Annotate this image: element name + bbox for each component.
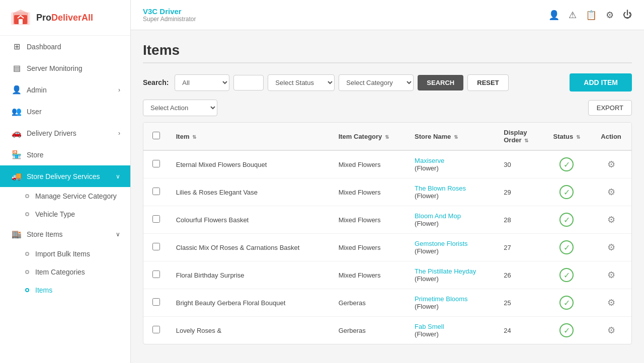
user-profile-icon[interactable]: 👤 bbox=[548, 10, 559, 21]
sidebar-item-store[interactable]: 🏪 Store bbox=[0, 144, 130, 165]
row-checkbox[interactable] bbox=[152, 243, 160, 250]
table-row: Lilies & Roses Elegant Vase Mixed Flower… bbox=[143, 178, 631, 206]
alert-icon[interactable]: ⚠ bbox=[569, 10, 577, 21]
cell-store-name: Fab Smell (Flower) bbox=[408, 317, 497, 344]
circle-dot-icon bbox=[25, 288, 29, 292]
row-checkbox[interactable] bbox=[152, 298, 160, 306]
cell-action: ⚙ bbox=[591, 206, 631, 234]
sidebar-item-store-items[interactable]: 🏬 Store Items ∨ bbox=[0, 223, 130, 245]
store-name-link[interactable]: Maxiserve bbox=[415, 157, 444, 164]
sidebar-item-label: Import Bulk Items bbox=[35, 250, 90, 258]
add-item-button[interactable]: ADD ITEM bbox=[570, 73, 632, 92]
store-sub-label: (Flower) bbox=[415, 330, 439, 338]
sidebar-item-item-categories[interactable]: Item Categories bbox=[0, 263, 130, 281]
status-active-icon: ✓ bbox=[559, 240, 574, 254]
store-name-link[interactable]: Fab Smell bbox=[415, 323, 444, 330]
cell-display-order: 27 bbox=[497, 234, 542, 261]
row-checkbox-cell bbox=[143, 178, 169, 206]
th-display-order: DisplayOrder ⇅ bbox=[497, 123, 542, 150]
sidebar-item-delivery-drivers[interactable]: 🚗 Delivery Drivers › bbox=[0, 122, 130, 144]
settings-icon[interactable]: ⚙ bbox=[606, 10, 614, 21]
sort-icon[interactable]: ⇅ bbox=[576, 134, 580, 140]
cell-display-order: 25 bbox=[497, 289, 542, 317]
sort-icon[interactable]: ⇅ bbox=[524, 138, 528, 143]
row-checkbox-cell bbox=[143, 289, 169, 317]
sidebar-item-vehicle-type[interactable]: Vehicle Type bbox=[0, 205, 130, 223]
store-sub-label: (Flower) bbox=[415, 275, 439, 283]
action-gear-button[interactable]: ⚙ bbox=[607, 297, 615, 308]
store-name-link[interactable]: Gemstone Florists bbox=[415, 240, 467, 247]
cell-item: Colourful Flowers Basket bbox=[169, 206, 332, 234]
action-select[interactable]: Select Action Delete Selected bbox=[143, 100, 217, 116]
sort-icon[interactable]: ⇅ bbox=[454, 134, 458, 140]
cell-display-order: 30 bbox=[497, 150, 542, 178]
row-checkbox[interactable] bbox=[152, 160, 160, 167]
row-checkbox[interactable] bbox=[152, 326, 160, 333]
sidebar-item-admin[interactable]: 👤 Admin › bbox=[0, 79, 130, 101]
dashboard-icon: ⊞ bbox=[12, 42, 22, 51]
cell-category: Mixed Flowers bbox=[332, 206, 408, 234]
reset-button[interactable]: RESET bbox=[467, 74, 508, 91]
store-name-link[interactable]: Primetime Blooms bbox=[415, 295, 467, 303]
action-row: Select Action Delete Selected EXPORT bbox=[143, 100, 632, 116]
sort-icon[interactable]: ⇅ bbox=[385, 134, 389, 140]
store-name-link[interactable]: The Blown Roses bbox=[415, 185, 466, 192]
store-items-icon: 🏬 bbox=[12, 229, 22, 239]
search-scope-select[interactable]: All Item Category bbox=[175, 74, 229, 91]
action-gear-button[interactable]: ⚙ bbox=[607, 269, 615, 281]
header-text: V3C Driver Super Administrator bbox=[143, 7, 196, 23]
header-subtitle: Super Administrator bbox=[143, 16, 196, 23]
power-icon[interactable]: ⏻ bbox=[623, 10, 632, 20]
row-checkbox[interactable] bbox=[152, 188, 160, 195]
logo-text: ProDeliverAll bbox=[36, 13, 93, 23]
cell-item: Eternal Mixed Flowers Bouquet bbox=[169, 150, 332, 178]
main-content: V3C Driver Super Administrator 👤 ⚠ 📋 ⚙ ⏻… bbox=[131, 0, 644, 363]
search-button[interactable]: SEARCH bbox=[418, 75, 463, 90]
sidebar-item-server-monitoring[interactable]: ▤ Server Monitoring bbox=[0, 57, 130, 79]
edit-icon[interactable]: 📋 bbox=[586, 10, 597, 21]
store-sub-label: (Flower) bbox=[415, 192, 439, 200]
row-checkbox[interactable] bbox=[152, 270, 160, 278]
status-select[interactable]: Select Status Active Inactive bbox=[268, 74, 335, 91]
table-row: Classic Mix Of Roses & Carnations Basket… bbox=[143, 234, 631, 261]
cell-store-name: The Pistillate Heyday (Flower) bbox=[408, 261, 497, 289]
header-icons: 👤 ⚠ 📋 ⚙ ⏻ bbox=[548, 10, 632, 21]
cell-status: ✓ bbox=[542, 234, 591, 261]
sidebar-item-label: Items bbox=[35, 286, 52, 294]
action-gear-button[interactable]: ⚙ bbox=[607, 214, 615, 225]
status-active-icon: ✓ bbox=[559, 323, 574, 337]
user-icon: 👥 bbox=[12, 107, 22, 116]
svg-rect-2 bbox=[19, 19, 23, 24]
category-select[interactable]: Select Category Mixed Flowers Gerberas bbox=[339, 74, 414, 91]
cell-item: Floral Birthday Surprise bbox=[169, 261, 332, 289]
select-all-checkbox[interactable] bbox=[152, 132, 160, 139]
table-row: Eternal Mixed Flowers Bouquet Mixed Flow… bbox=[143, 150, 631, 178]
sidebar-item-items[interactable]: Items bbox=[0, 281, 130, 299]
search-input[interactable] bbox=[233, 75, 264, 90]
store-sub-label: (Flower) bbox=[415, 220, 439, 227]
items-table: Item ⇅ Item Category ⇅ Store Name ⇅ Di bbox=[143, 123, 631, 344]
sidebar-item-import-bulk-items[interactable]: Import Bulk Items bbox=[0, 245, 130, 263]
sidebar-item-manage-service-category[interactable]: Manage Service Category bbox=[0, 187, 130, 205]
cell-display-order: 29 bbox=[497, 178, 542, 206]
cell-status: ✓ bbox=[542, 178, 591, 206]
sort-icon[interactable]: ⇅ bbox=[192, 134, 196, 140]
export-button[interactable]: EXPORT bbox=[588, 100, 632, 116]
store-name-link[interactable]: Bloom And Mop bbox=[415, 212, 461, 220]
sidebar-item-store-delivery-services[interactable]: 🚚 Store Delivery Services ∨ bbox=[0, 165, 130, 187]
table-row: Bright Beauty Gerbera Floral Bouquet Ger… bbox=[143, 289, 631, 317]
th-item-category: Item Category ⇅ bbox=[332, 123, 408, 150]
action-gear-button[interactable]: ⚙ bbox=[607, 187, 615, 198]
sidebar-item-dashboard[interactable]: ⊞ Dashboard bbox=[0, 36, 130, 57]
row-checkbox[interactable] bbox=[152, 215, 160, 223]
search-bar: Search: All Item Category Select Status … bbox=[143, 73, 632, 92]
sidebar-item-user[interactable]: 👥 User bbox=[0, 101, 130, 122]
sidebar-item-label: Store Items bbox=[27, 230, 63, 238]
cell-action: ⚙ bbox=[591, 261, 631, 289]
search-label: Search: bbox=[143, 78, 169, 86]
action-gear-button[interactable]: ⚙ bbox=[607, 325, 615, 336]
action-gear-button[interactable]: ⚙ bbox=[607, 159, 615, 170]
sidebar-item-label: Store bbox=[27, 151, 43, 159]
store-name-link[interactable]: The Pistillate Heyday bbox=[415, 267, 476, 275]
action-gear-button[interactable]: ⚙ bbox=[607, 242, 615, 253]
